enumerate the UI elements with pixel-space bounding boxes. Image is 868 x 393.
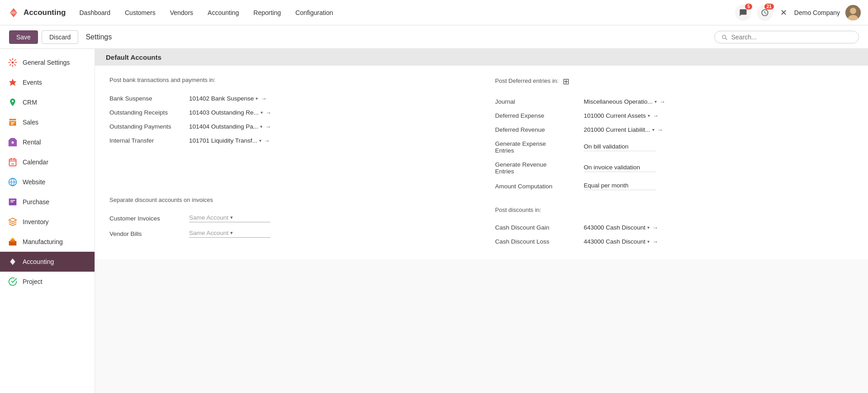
user-avatar[interactable] [845,5,861,20]
outstanding-receipts-dropdown[interactable]: 101403 Outstanding Re... ▾ [189,109,263,116]
journal-dropdown-arrow: ▾ [655,99,657,104]
company-name: Demo Company [794,9,840,16]
cash-discount-loss-text: 443000 Cash Discount [584,238,646,245]
purchase-icon [7,196,18,207]
outstanding-payments-label: Outstanding Payments [109,123,182,130]
cash-discount-gain-dropdown-arrow: ▾ [647,225,650,230]
sidebar-item-purchase[interactable]: Purchase [0,192,95,212]
cash-discount-gain-dropdown[interactable]: 643000 Cash Discount ▾ [584,224,650,231]
vendor-bills-row: Vendor Bills Same Account ▾ [109,226,468,241]
nav-dashboard[interactable]: Dashboard [73,5,117,20]
sidebar-item-inventory[interactable]: Inventory [0,212,95,232]
sidebar-label-manufacturing: Manufacturing [23,238,63,245]
discount-section-title: Separate discount accounts on invoices [109,196,468,203]
vendor-bills-select[interactable]: Same Account ▾ [189,230,270,238]
sidebar-item-crm[interactable]: CRM [0,92,95,112]
outstanding-payments-dropdown-arrow: ▾ [260,124,262,129]
app-logo-icon [7,6,20,19]
deferred-expense-label: Deferred Expense [495,112,577,119]
bank-suspense-text: 101402 Bank Suspense [189,95,254,102]
nav-accounting[interactable]: Accounting [201,5,245,20]
close-button[interactable]: ✕ [778,6,789,19]
deferred-expense-dropdown[interactable]: 101000 Current Assets ▾ [584,112,650,119]
calendar-icon: 31 [7,157,18,168]
amount-computation-row: Amount Computation Equal per month [495,178,854,194]
sidebar-item-calendar[interactable]: 31 Calendar [0,152,95,172]
sidebar-item-sales[interactable]: Sales [0,112,95,132]
outstanding-receipts-row: Outstanding Receipts 101403 Outstanding … [109,105,468,120]
nav-reporting[interactable]: Reporting [247,5,287,20]
internal-transfer-text: 101701 Liquidity Transf... [189,137,257,144]
messages-button[interactable]: 5 [735,5,751,21]
journal-dropdown[interactable]: Miscellaneous Operatio... ▾ [584,98,657,105]
sidebar-item-rental[interactable]: Rental [0,132,95,152]
search-bar [714,31,859,43]
search-input[interactable] [731,34,852,41]
messages-badge: 5 [745,4,752,10]
nav-configuration[interactable]: Configuration [289,5,339,20]
sidebar-label-general-settings: General Settings [23,59,70,66]
project-icon [7,276,18,287]
nav-customers[interactable]: Customers [119,5,162,20]
nav-vendors[interactable]: Vendors [164,5,199,20]
vendor-bills-arrow: ▾ [230,230,233,236]
outstanding-receipts-arrow-right[interactable]: → [266,109,271,116]
sidebar-item-accounting[interactable]: Accounting [0,252,95,272]
sidebar-item-manufacturing[interactable]: Manufacturing [0,232,95,252]
cash-discount-loss-label: Cash Discount Loss [495,238,577,245]
events-icon [7,77,18,88]
outstanding-payments-dropdown[interactable]: 101404 Outstanding Pa... ▾ [189,123,262,130]
bank-suspense-dropdown[interactable]: 101402 Bank Suspense ▾ [189,95,258,102]
deferred-revenue-dropdown[interactable]: 201000 Current Liabilit... ▾ [584,126,655,133]
bank-section-title: Post bank transactions and payments in: [109,77,468,83]
deferred-expense-dropdown-arrow: ▾ [648,113,650,118]
cash-discount-gain-arrow-right[interactable]: → [652,224,658,231]
sidebar-item-events[interactable]: Events [0,72,95,92]
activities-badge: 21 [764,4,774,10]
nav-right: 5 21 ✕ Demo Company [735,5,861,21]
section-title: Default Accounts [106,53,161,61]
rental-icon [7,137,18,148]
bank-suspense-arrow-right[interactable]: → [261,95,266,102]
journal-label: Journal [495,98,577,105]
outstanding-receipts-value: 101403 Outstanding Re... ▾ → [189,109,271,116]
sidebar-label-purchase: Purchase [23,198,49,206]
save-button[interactable]: Save [9,30,38,44]
outstanding-payments-arrow-right[interactable]: → [265,123,271,130]
nav-links: Dashboard Customers Vendors Accounting R… [73,5,735,20]
deferred-revenue-label: Deferred Revenue [495,126,577,133]
website-icon [7,177,18,187]
journal-arrow-right[interactable]: → [659,98,665,105]
internal-transfer-dropdown[interactable]: 101701 Liquidity Transf... ▾ [189,137,261,144]
cash-discount-loss-dropdown[interactable]: 443000 Cash Discount ▾ [584,238,650,245]
grid-icon: ⊞ [563,77,569,86]
deferred-revenue-value: 201000 Current Liabilit... ▾ → [584,126,663,133]
sidebar-item-website[interactable]: Website [0,172,95,192]
activities-button[interactable]: 21 [757,5,773,21]
cash-discount-loss-row: Cash Discount Loss 443000 Cash Discount … [495,235,854,249]
outstanding-receipts-label: Outstanding Receipts [109,109,182,116]
sidebar-item-general-settings[interactable]: General Settings [0,53,95,72]
deferred-expense-arrow-right[interactable]: → [653,112,659,119]
deferred-expense-value: 101000 Current Assets ▾ → [584,112,659,119]
sidebar-item-project[interactable]: Project [0,272,95,292]
sidebar-label-events: Events [23,79,42,86]
gen-expense-entries-label: Generate ExpenseEntries [495,140,577,154]
journal-text: Miscellaneous Operatio... [584,98,653,105]
clock-icon [761,9,769,17]
customer-invoices-select[interactable]: Same Account ▾ [189,214,270,222]
svg-rect-13 [12,238,14,240]
bank-suspense-row: Bank Suspense 101402 Bank Suspense ▾ → [109,91,468,105]
logo-area[interactable]: Accounting [7,6,66,19]
cash-discount-loss-arrow-right[interactable]: → [652,238,658,245]
discard-button[interactable]: Discard [42,30,78,44]
bank-suspense-label: Bank Suspense [109,95,182,102]
internal-transfer-arrow-right[interactable]: → [264,137,270,144]
deferred-revenue-arrow-right[interactable]: → [657,126,663,133]
top-navigation: Accounting Dashboard Customers Vendors A… [0,0,868,25]
cash-discount-gain-value: 643000 Cash Discount ▾ → [584,224,659,231]
toolbar: Save Discard Settings [0,25,868,49]
main-layout: General Settings Events CRM Sales [0,49,868,393]
gen-revenue-entries-row: Generate RevenueEntries On invoice valid… [495,158,854,178]
svg-rect-9 [10,200,15,201]
